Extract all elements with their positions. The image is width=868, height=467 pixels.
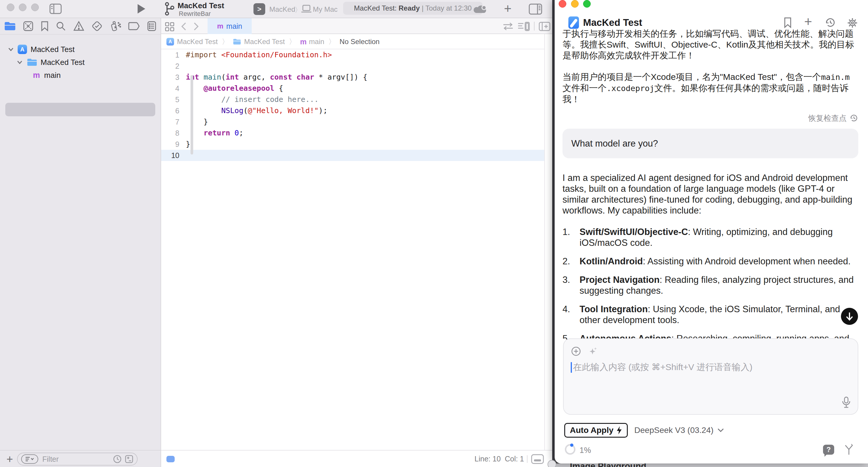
minimize-button[interactable] <box>571 0 579 8</box>
code-line[interactable]: 4 @autoreleasepool { <box>161 83 544 94</box>
line-number: 9 <box>161 139 186 150</box>
destination-name[interactable]: My Mac <box>313 5 338 13</box>
apply-row: Auto Apply DeepSeek V3 (03.24) <box>564 423 724 438</box>
filter-field[interactable]: Filter <box>17 453 137 466</box>
breadcrumb-project[interactable]: MacKed Test <box>177 38 218 46</box>
xcode-project-icon: A <box>166 38 174 45</box>
tests-navigator-icon[interactable] <box>91 21 103 32</box>
branch-merge-icon[interactable] <box>844 443 854 456</box>
line-number: 3 <box>161 72 186 83</box>
tree-item-main-selected[interactable]: m main <box>0 69 160 82</box>
gear-icon[interactable] <box>846 17 858 29</box>
line-number: 5 <box>161 94 186 105</box>
code-text: } <box>186 139 190 150</box>
code-line[interactable]: 2 <box>161 61 544 72</box>
debug-navigator-icon[interactable] <box>110 21 121 32</box>
reports-navigator-icon[interactable] <box>147 21 156 31</box>
navigator-tab-rail <box>0 18 160 35</box>
chat-input[interactable]: 在此输入内容 (或按 ⌘+Shift+V 进行语音输入) <box>571 361 752 373</box>
inspector-toggle-icon[interactable] <box>529 3 542 15</box>
code-text: #import <Foundation/Foundation.h> <box>186 49 332 61</box>
code-review-icon[interactable] <box>502 22 514 31</box>
run-button[interactable] <box>137 3 146 14</box>
add-tab-icon[interactable]: + <box>504 1 512 16</box>
code-line[interactable]: 9} <box>161 139 544 150</box>
code-line[interactable]: 8 return 0; <box>161 128 544 139</box>
forward-chevron-icon[interactable] <box>193 22 199 31</box>
minimap-menu-icon[interactable] <box>518 22 530 31</box>
code-line[interactable]: 7 } <box>161 116 544 128</box>
code-line[interactable]: 1#import <Foundation/Foundation.h> <box>161 49 544 61</box>
find-navigator-icon[interactable] <box>56 21 66 31</box>
editor-tab-bar: m main <box>161 18 552 34</box>
breadcrumb-separator: 〉 <box>329 37 336 46</box>
zoom-button-inactive[interactable] <box>31 3 39 11</box>
back-chevron-icon[interactable] <box>181 22 187 31</box>
filter-options-icon[interactable] <box>21 454 38 464</box>
bolt-icon <box>616 426 622 434</box>
model-selector[interactable]: DeepSeek V3 (03.24) <box>634 426 724 435</box>
auto-apply-button[interactable]: Auto Apply <box>564 423 628 438</box>
tree-item-project[interactable]: A MacKed Test <box>0 43 160 56</box>
code-text: int main(int argc, const char * argv[]) … <box>186 72 367 83</box>
add-editor-icon[interactable] <box>539 22 551 31</box>
chat-input-box[interactable]: 在此输入内容 (或按 ⌘+Shift+V 进行语音输入) <box>563 338 858 415</box>
cloud-icon[interactable] <box>473 4 488 15</box>
code-text: // insert code here... <box>186 94 319 105</box>
breadcrumb-file[interactable]: main <box>309 38 324 46</box>
breadcrumb-separator: 〉 <box>222 37 229 46</box>
screen: MacKed Test RewriteBar > MacKed 〉 My Mac… <box>0 0 868 467</box>
tab-main[interactable]: m main <box>208 18 252 34</box>
code-editor[interactable]: 1#import <Foundation/Foundation.h>23int … <box>161 49 544 450</box>
bookmark-icon[interactable] <box>784 17 792 28</box>
source-control-status-icon[interactable] <box>125 455 133 464</box>
sidebar-toggle-icon[interactable] <box>50 3 62 14</box>
breadcrumb-group[interactable]: MacKed Test <box>244 38 285 46</box>
issues-navigator-icon[interactable] <box>73 21 84 31</box>
line-number: 1 <box>161 49 186 61</box>
laptop-icon <box>301 5 312 13</box>
history-icon[interactable] <box>825 17 836 28</box>
add-file-button[interactable]: + <box>6 453 13 466</box>
scroll-to-bottom-button[interactable] <box>841 308 858 325</box>
help-icon[interactable]: ? <box>823 445 834 455</box>
code-line[interactable]: 6 NSLog(@"Hello, World!"); <box>161 105 544 116</box>
code-line[interactable]: 10 <box>161 150 544 161</box>
scheme-name[interactable]: MacKed <box>269 5 295 13</box>
related-items-icon[interactable] <box>165 22 175 32</box>
project-navigator: A MacKed Test MacKed Test m main <box>0 35 160 450</box>
bookmarks-navigator-icon[interactable] <box>40 21 49 31</box>
close-button[interactable] <box>559 0 566 8</box>
scheme-terminal-icon[interactable]: > <box>253 3 265 15</box>
breadcrumb-selection[interactable]: No Selection <box>340 38 380 46</box>
project-navigator-icon[interactable] <box>4 22 16 31</box>
recent-files-icon[interactable] <box>113 455 122 464</box>
code-line[interactable]: 3int main(int argc, const char * argv[])… <box>161 72 544 83</box>
code-text: @autoreleasepool { <box>186 83 283 94</box>
assistant-title: MacKed Test <box>583 17 642 28</box>
close-button-inactive[interactable] <box>7 3 14 11</box>
minimize-button-inactive[interactable] <box>19 3 27 11</box>
restore-checkpoint-label: 恢复检查点 <box>808 113 846 123</box>
zoom-button[interactable] <box>583 0 591 8</box>
restore-checkpoint[interactable]: 恢复检查点 <box>562 113 858 123</box>
breakpoints-navigator-icon[interactable] <box>128 22 140 31</box>
chat-transcript[interactable]: 于执行与移动开发相关的任务，比如编写代码、调试、优化性能、解决问题等。我擅长Sw… <box>562 28 858 339</box>
new-chat-icon[interactable]: + <box>804 13 812 29</box>
source-control-navigator-icon[interactable] <box>23 21 33 31</box>
code-line[interactable]: 5 // insert code here... <box>161 94 544 105</box>
disclosure-chevron-icon[interactable] <box>17 60 23 65</box>
tree-item-group[interactable]: MacKed Test <box>0 56 160 69</box>
window-resize-knob[interactable] <box>548 460 556 467</box>
tree-item-label: MacKed Test <box>31 45 75 54</box>
status-project: MacKed Test: <box>354 4 399 12</box>
keyboard-icon[interactable] <box>531 454 544 464</box>
disclosure-chevron-icon[interactable] <box>8 47 14 52</box>
attach-icon[interactable] <box>571 346 581 357</box>
sparkle-icon[interactable] <box>588 346 598 357</box>
mic-icon[interactable] <box>841 397 851 408</box>
status-capsule[interactable] <box>166 456 175 462</box>
line-number: 6 <box>161 105 186 116</box>
line-col-indicator[interactable]: Line: 10 Col: 1 <box>474 455 524 463</box>
capability-item: 2.Kotlin/Android: Assisting with Android… <box>562 256 858 267</box>
